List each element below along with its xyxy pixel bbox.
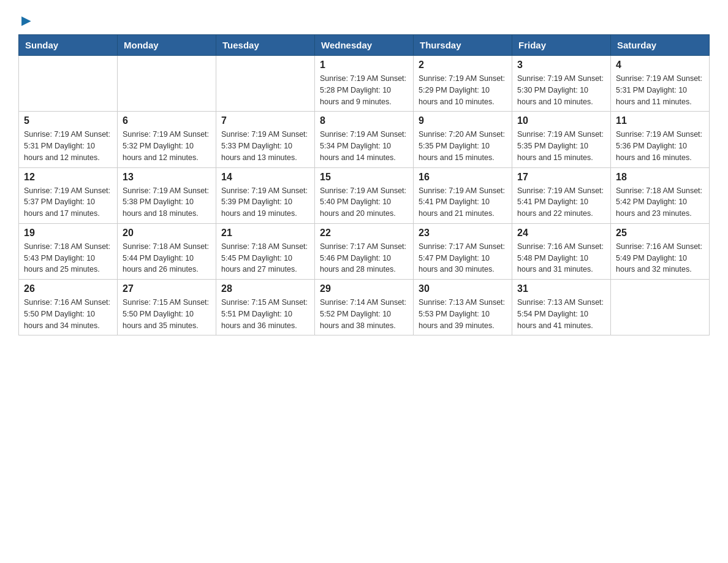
- day-info: Sunrise: 7:15 AM Sunset: 5:51 PM Dayligh…: [221, 297, 309, 331]
- weekday-header-row: SundayMondayTuesdayWednesdayThursdayFrid…: [19, 35, 710, 56]
- day-number: 10: [517, 115, 605, 126]
- day-number: 19: [24, 228, 112, 239]
- day-info: Sunrise: 7:13 AM Sunset: 5:54 PM Dayligh…: [517, 297, 605, 331]
- weekday-header-tuesday: Tuesday: [216, 35, 315, 56]
- day-info: Sunrise: 7:19 AM Sunset: 5:31 PM Dayligh…: [616, 73, 704, 107]
- day-info: Sunrise: 7:19 AM Sunset: 5:37 PM Dayligh…: [24, 185, 112, 220]
- day-info: Sunrise: 7:19 AM Sunset: 5:41 PM Dayligh…: [517, 185, 605, 220]
- calendar-cell: 9Sunrise: 7:20 AM Sunset: 5:35 PM Daylig…: [414, 112, 512, 167]
- day-info: Sunrise: 7:19 AM Sunset: 5:34 PM Dayligh…: [320, 129, 408, 163]
- calendar-cell: 18Sunrise: 7:18 AM Sunset: 5:42 PM Dayli…: [611, 167, 710, 223]
- day-info: Sunrise: 7:17 AM Sunset: 5:46 PM Dayligh…: [320, 241, 408, 275]
- calendar-body: 1Sunrise: 7:19 AM Sunset: 5:28 PM Daylig…: [19, 56, 710, 335]
- day-info: Sunrise: 7:14 AM Sunset: 5:52 PM Dayligh…: [320, 297, 408, 331]
- weekday-header-friday: Friday: [512, 35, 611, 56]
- day-info: Sunrise: 7:16 AM Sunset: 5:50 PM Dayligh…: [24, 297, 112, 331]
- day-number: 2: [419, 59, 507, 71]
- calendar-cell: 1Sunrise: 7:19 AM Sunset: 5:28 PM Daylig…: [315, 56, 414, 112]
- day-number: 16: [419, 172, 507, 183]
- calendar-week-row: 1Sunrise: 7:19 AM Sunset: 5:28 PM Daylig…: [19, 56, 710, 112]
- calendar-cell: 30Sunrise: 7:13 AM Sunset: 5:53 PM Dayli…: [414, 280, 512, 335]
- day-number: 1: [320, 59, 408, 71]
- day-info: Sunrise: 7:19 AM Sunset: 5:29 PM Dayligh…: [419, 73, 507, 107]
- day-info: Sunrise: 7:19 AM Sunset: 5:28 PM Dayligh…: [320, 73, 408, 107]
- day-info: Sunrise: 7:19 AM Sunset: 5:33 PM Dayligh…: [221, 129, 309, 163]
- day-info: Sunrise: 7:19 AM Sunset: 5:38 PM Dayligh…: [123, 185, 211, 220]
- calendar-cell: 31Sunrise: 7:13 AM Sunset: 5:54 PM Dayli…: [512, 280, 611, 335]
- page-header: ►: [18, 12, 710, 28]
- calendar-cell: 11Sunrise: 7:19 AM Sunset: 5:36 PM Dayli…: [611, 112, 710, 167]
- calendar-cell: 15Sunrise: 7:19 AM Sunset: 5:40 PM Dayli…: [315, 167, 414, 223]
- day-number: 14: [221, 172, 309, 183]
- calendar-cell: [611, 280, 710, 335]
- calendar-cell: [216, 56, 315, 112]
- day-number: 22: [320, 228, 408, 239]
- day-number: 12: [24, 172, 112, 183]
- day-info: Sunrise: 7:19 AM Sunset: 5:40 PM Dayligh…: [320, 185, 408, 220]
- calendar-cell: 23Sunrise: 7:17 AM Sunset: 5:47 PM Dayli…: [414, 223, 512, 279]
- calendar-cell: 6Sunrise: 7:19 AM Sunset: 5:32 PM Daylig…: [118, 112, 216, 167]
- day-number: 5: [24, 115, 112, 126]
- day-info: Sunrise: 7:16 AM Sunset: 5:48 PM Dayligh…: [517, 241, 605, 275]
- day-number: 8: [320, 115, 408, 126]
- calendar-cell: 29Sunrise: 7:14 AM Sunset: 5:52 PM Dayli…: [315, 280, 414, 335]
- calendar-week-row: 5Sunrise: 7:19 AM Sunset: 5:31 PM Daylig…: [19, 112, 710, 167]
- logo: ►: [18, 12, 34, 28]
- calendar-header: SundayMondayTuesdayWednesdayThursdayFrid…: [19, 35, 710, 56]
- day-info: Sunrise: 7:19 AM Sunset: 5:30 PM Dayligh…: [517, 73, 605, 107]
- day-number: 7: [221, 115, 309, 126]
- day-number: 17: [517, 172, 605, 183]
- day-info: Sunrise: 7:18 AM Sunset: 5:42 PM Dayligh…: [616, 185, 704, 220]
- day-number: 6: [123, 115, 211, 126]
- calendar-cell: 25Sunrise: 7:16 AM Sunset: 5:49 PM Dayli…: [611, 223, 710, 279]
- logo-text: ►: [18, 12, 34, 28]
- day-info: Sunrise: 7:20 AM Sunset: 5:35 PM Dayligh…: [419, 129, 507, 163]
- calendar-cell: 14Sunrise: 7:19 AM Sunset: 5:39 PM Dayli…: [216, 167, 315, 223]
- day-info: Sunrise: 7:19 AM Sunset: 5:39 PM Dayligh…: [221, 185, 309, 220]
- calendar-cell: 20Sunrise: 7:18 AM Sunset: 5:44 PM Dayli…: [118, 223, 216, 279]
- calendar-cell: 12Sunrise: 7:19 AM Sunset: 5:37 PM Dayli…: [19, 167, 118, 223]
- day-number: 24: [517, 228, 605, 239]
- day-info: Sunrise: 7:19 AM Sunset: 5:32 PM Dayligh…: [123, 129, 211, 163]
- day-info: Sunrise: 7:19 AM Sunset: 5:41 PM Dayligh…: [419, 185, 507, 220]
- day-info: Sunrise: 7:16 AM Sunset: 5:49 PM Dayligh…: [616, 241, 704, 275]
- day-info: Sunrise: 7:13 AM Sunset: 5:53 PM Dayligh…: [419, 297, 507, 331]
- day-number: 23: [419, 228, 507, 239]
- weekday-header-thursday: Thursday: [414, 35, 512, 56]
- day-info: Sunrise: 7:17 AM Sunset: 5:47 PM Dayligh…: [419, 241, 507, 275]
- day-number: 15: [320, 172, 408, 183]
- day-number: 28: [221, 283, 309, 294]
- day-number: 4: [616, 59, 704, 71]
- weekday-header-sunday: Sunday: [19, 35, 118, 56]
- calendar-cell: 13Sunrise: 7:19 AM Sunset: 5:38 PM Dayli…: [118, 167, 216, 223]
- day-number: 13: [123, 172, 211, 183]
- day-number: 26: [24, 283, 112, 294]
- day-number: 29: [320, 283, 408, 294]
- day-number: 9: [419, 115, 507, 126]
- weekday-header-wednesday: Wednesday: [315, 35, 414, 56]
- calendar-cell: 3Sunrise: 7:19 AM Sunset: 5:30 PM Daylig…: [512, 56, 611, 112]
- weekday-header-saturday: Saturday: [611, 35, 710, 56]
- calendar-cell: 26Sunrise: 7:16 AM Sunset: 5:50 PM Dayli…: [19, 280, 118, 335]
- calendar-cell: 8Sunrise: 7:19 AM Sunset: 5:34 PM Daylig…: [315, 112, 414, 167]
- calendar-cell: 24Sunrise: 7:16 AM Sunset: 5:48 PM Dayli…: [512, 223, 611, 279]
- calendar-cell: 17Sunrise: 7:19 AM Sunset: 5:41 PM Dayli…: [512, 167, 611, 223]
- day-number: 18: [616, 172, 704, 183]
- calendar-week-row: 26Sunrise: 7:16 AM Sunset: 5:50 PM Dayli…: [19, 280, 710, 335]
- day-info: Sunrise: 7:19 AM Sunset: 5:31 PM Dayligh…: [24, 129, 112, 163]
- day-number: 30: [419, 283, 507, 294]
- calendar-cell: 5Sunrise: 7:19 AM Sunset: 5:31 PM Daylig…: [19, 112, 118, 167]
- day-info: Sunrise: 7:18 AM Sunset: 5:45 PM Dayligh…: [221, 241, 309, 275]
- calendar-cell: 16Sunrise: 7:19 AM Sunset: 5:41 PM Dayli…: [414, 167, 512, 223]
- day-info: Sunrise: 7:15 AM Sunset: 5:50 PM Dayligh…: [123, 297, 211, 331]
- calendar-cell: 4Sunrise: 7:19 AM Sunset: 5:31 PM Daylig…: [611, 56, 710, 112]
- day-number: 20: [123, 228, 211, 239]
- day-info: Sunrise: 7:18 AM Sunset: 5:44 PM Dayligh…: [123, 241, 211, 275]
- calendar-cell: 22Sunrise: 7:17 AM Sunset: 5:46 PM Dayli…: [315, 223, 414, 279]
- calendar-cell: [118, 56, 216, 112]
- calendar-table: SundayMondayTuesdayWednesdayThursdayFrid…: [18, 34, 710, 335]
- day-number: 31: [517, 283, 605, 294]
- calendar-cell: 2Sunrise: 7:19 AM Sunset: 5:29 PM Daylig…: [414, 56, 512, 112]
- weekday-header-monday: Monday: [118, 35, 216, 56]
- calendar-week-row: 12Sunrise: 7:19 AM Sunset: 5:37 PM Dayli…: [19, 167, 710, 223]
